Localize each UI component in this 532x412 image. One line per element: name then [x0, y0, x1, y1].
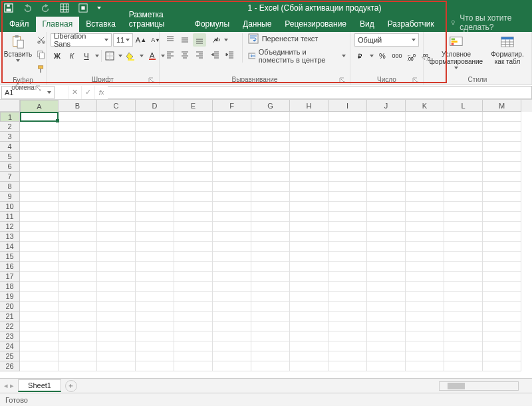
format-as-table-button[interactable]: Форматир. как табл: [487, 33, 527, 65]
cell[interactable]: [367, 252, 406, 262]
cell[interactable]: [251, 132, 290, 142]
cell[interactable]: [59, 222, 97, 232]
cell[interactable]: [329, 292, 367, 302]
cell[interactable]: [174, 321, 213, 331]
cell[interactable]: [406, 152, 444, 162]
cell[interactable]: [136, 282, 174, 292]
cell[interactable]: [20, 112, 59, 122]
cell[interactable]: [444, 351, 483, 361]
column-header[interactable]: M: [483, 100, 521, 112]
cell[interactable]: [59, 142, 97, 152]
cell[interactable]: [174, 252, 213, 262]
cell[interactable]: [290, 122, 329, 132]
cell[interactable]: [444, 331, 483, 341]
cell[interactable]: [213, 222, 251, 232]
cell[interactable]: [97, 182, 136, 192]
cell[interactable]: [329, 331, 367, 341]
cell[interactable]: [329, 132, 367, 142]
cell[interactable]: [136, 122, 174, 132]
cell[interactable]: [483, 112, 521, 122]
cell[interactable]: [406, 222, 444, 232]
cell[interactable]: [367, 222, 406, 232]
cell[interactable]: [444, 252, 483, 262]
row-header[interactable]: 8: [0, 182, 20, 192]
cell[interactable]: [20, 361, 59, 371]
cell[interactable]: [483, 351, 521, 361]
cell[interactable]: [367, 341, 406, 351]
cell[interactable]: [329, 262, 367, 272]
tab-insert[interactable]: Вставка: [79, 17, 122, 32]
cell[interactable]: [290, 192, 329, 202]
cell[interactable]: [97, 162, 136, 172]
cell[interactable]: [444, 222, 483, 232]
column-header[interactable]: D: [136, 100, 174, 112]
cell[interactable]: [329, 252, 367, 262]
cell[interactable]: [290, 311, 329, 321]
cell[interactable]: [251, 252, 290, 262]
cell[interactable]: [20, 152, 59, 162]
cell[interactable]: [367, 172, 406, 182]
row-header[interactable]: 4: [0, 142, 20, 152]
cell[interactable]: [367, 182, 406, 192]
column-header[interactable]: B: [59, 100, 97, 112]
cell[interactable]: [406, 202, 444, 212]
cell[interactable]: [406, 252, 444, 262]
cell[interactable]: [20, 242, 59, 252]
cell[interactable]: [174, 331, 213, 341]
align-left-button[interactable]: [164, 48, 177, 61]
cell[interactable]: [20, 331, 59, 341]
cell[interactable]: [444, 182, 483, 192]
cell[interactable]: [251, 262, 290, 272]
cell[interactable]: [290, 272, 329, 282]
cell[interactable]: [174, 302, 213, 311]
row-header[interactable]: 7: [0, 172, 20, 182]
fill-color-dropdown[interactable]: [139, 49, 144, 63]
spreadsheet-grid[interactable]: ABCDEFGHIJKLM 12345678910111213141516171…: [0, 100, 532, 378]
sheet-tab[interactable]: Sheet1: [18, 379, 61, 392]
increase-decimal-button[interactable]: ←,0,00: [405, 49, 418, 63]
cell[interactable]: [213, 282, 251, 292]
cell[interactable]: [59, 361, 97, 371]
percent-button[interactable]: %: [376, 49, 389, 63]
cell[interactable]: [251, 212, 290, 222]
cell[interactable]: [136, 341, 174, 351]
cell[interactable]: [406, 341, 444, 351]
cell[interactable]: [97, 242, 136, 252]
tab-data[interactable]: Данные: [236, 17, 278, 32]
cell[interactable]: [213, 341, 251, 351]
cell[interactable]: [329, 142, 367, 152]
cell[interactable]: [59, 321, 97, 331]
align-right-button[interactable]: [193, 48, 206, 61]
borders-button[interactable]: [103, 49, 116, 63]
cell[interactable]: [483, 142, 521, 152]
cell[interactable]: [174, 152, 213, 162]
cell[interactable]: [174, 172, 213, 182]
cell[interactable]: [251, 142, 290, 152]
cell[interactable]: [20, 202, 59, 212]
cell[interactable]: [483, 302, 521, 311]
cell[interactable]: [329, 182, 367, 192]
cell[interactable]: [367, 132, 406, 142]
cell[interactable]: [329, 351, 367, 361]
cell[interactable]: [251, 311, 290, 321]
cell[interactable]: [444, 162, 483, 172]
cell[interactable]: [290, 232, 329, 242]
cell[interactable]: [213, 112, 251, 122]
cell[interactable]: [251, 232, 290, 242]
decrease-indent-button[interactable]: [209, 48, 222, 61]
tab-file[interactable]: Файл: [3, 17, 36, 32]
cell[interactable]: [174, 182, 213, 192]
cell[interactable]: [444, 112, 483, 122]
cell[interactable]: [174, 292, 213, 302]
conditional-formatting-button[interactable]: Условное форматирование: [428, 33, 485, 69]
cell[interactable]: [97, 132, 136, 142]
cell[interactable]: [290, 172, 329, 182]
cell[interactable]: [59, 182, 97, 192]
cut-button[interactable]: [35, 33, 48, 47]
cell[interactable]: [213, 232, 251, 242]
cell[interactable]: [329, 122, 367, 132]
cell[interactable]: [174, 232, 213, 242]
cell[interactable]: [483, 282, 521, 292]
cell[interactable]: [367, 262, 406, 272]
row-header[interactable]: 12: [0, 222, 20, 232]
